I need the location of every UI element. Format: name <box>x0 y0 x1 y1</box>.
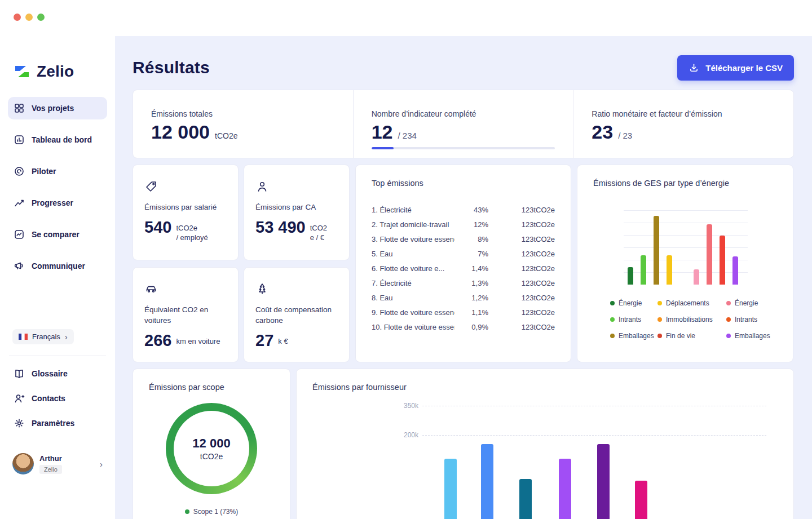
table-row: 5. Eau7%123tCO2e <box>372 246 555 261</box>
ges-legend-item: Emballages <box>610 332 657 340</box>
minimize-window-button[interactable] <box>25 14 33 21</box>
sidebar-item-parametres[interactable]: Paramètres <box>8 412 107 434</box>
ges-chart-title: Émissions de GES par type d’énergie <box>593 179 777 188</box>
target-icon <box>14 166 25 177</box>
sidebar-item-contacts[interactable]: Contacts <box>8 388 107 409</box>
legend-dot <box>657 317 662 322</box>
window-controls <box>14 14 45 21</box>
sidebar-item-se-comparer[interactable]: Se comparer <box>8 223 107 246</box>
download-icon <box>689 63 699 73</box>
chevron-right-icon: › <box>100 459 103 469</box>
ges-bar <box>732 256 738 285</box>
stat-indicators-completed: Nombre d’indicateur complété 12 / 234 <box>353 90 573 158</box>
row-value: 123tCO2e <box>488 279 555 287</box>
ges-legend: Énergie Déplacements Énergie Intrants Im… <box>610 299 777 340</box>
user-menu[interactable]: Arthur Zelio › <box>8 451 107 477</box>
kpi-label: Émissions par CA <box>255 202 338 213</box>
row-value: 123tCO2e <box>488 206 555 214</box>
megaphone-icon <box>14 260 25 272</box>
sidebar-item-piloter[interactable]: Piloter <box>8 160 107 183</box>
row-pct: 43% <box>454 206 488 214</box>
kpi-value: 266 <box>144 332 171 350</box>
person-icon <box>255 180 269 193</box>
supplier-bar-chart: 350k 200k <box>312 392 778 519</box>
kpi-label: Émissions par salarié <box>144 202 227 213</box>
supplier-bar <box>444 459 457 519</box>
kpi-unit: tCO2 <box>310 224 327 233</box>
row-name: 2. Trajet domicile-travail <box>372 220 454 229</box>
zelio-logo-icon <box>12 62 32 81</box>
sidebar-item-glossaire[interactable]: Glossaire <box>8 363 107 384</box>
legend-dot <box>610 317 615 322</box>
kpi-unit: / employé <box>176 233 208 243</box>
sidebar-item-vos-projets[interactable]: Vos projets <box>8 97 107 119</box>
download-csv-label: Télécharger le CSV <box>705 63 783 73</box>
sidebar-item-label: Communiquer <box>32 261 85 270</box>
grid-icon <box>14 103 25 114</box>
app-logo-text: Zelio <box>37 63 74 81</box>
sidebar-item-label: Contacts <box>32 394 65 403</box>
kpi-label: Équivalent CO2 en voitures <box>144 305 227 326</box>
top-emissions-card: Top émissions 1. Électricité43%123tCO2e … <box>355 165 571 362</box>
page-title: Résultats <box>133 58 210 77</box>
ges-legend-item: Fin de vie <box>657 332 726 340</box>
close-window-button[interactable] <box>14 14 21 21</box>
scope-chart-card: Émissions par scope 12 000 tCO2e Scope 1… <box>133 369 290 519</box>
user-name: Arthur <box>39 454 62 463</box>
table-row: 9. Flotte de voiture essence1,1%123tCO2e <box>372 305 555 320</box>
legend-dot <box>726 317 731 322</box>
stat-total-emissions: Émissions totales 12 000 tCO2e <box>133 90 353 158</box>
indicator-progress-fill <box>372 147 394 149</box>
legend-label: Intrants <box>735 316 757 323</box>
donut-unit: tCO2e <box>200 452 223 461</box>
legend-label: Fin de vie <box>666 332 695 340</box>
scope-legend-label: Scope 1 (73%) <box>193 508 238 516</box>
secondary-nav: Glossaire Contacts Paramètres <box>8 363 107 434</box>
maximize-window-button[interactable] <box>37 14 45 21</box>
user-info: Arthur Zelio <box>39 454 62 474</box>
row-value: 123tCO2e <box>488 323 555 331</box>
gear-icon <box>14 418 25 429</box>
stat-unit: tCO2e <box>215 131 237 140</box>
ges-bar <box>641 255 646 285</box>
legend-label: Déplacements <box>666 299 709 307</box>
y-axis-tick-label: 200k <box>391 431 418 439</box>
sidebar-item-label: Tableau de bord <box>32 135 92 144</box>
row-name: 8. Eau <box>372 294 454 302</box>
stat-value: 12 000 <box>151 122 210 141</box>
kpi-grid: Émissions par salarié 540 tCO2e/ employé… <box>133 165 350 362</box>
legend-label: Immobilisations <box>666 316 713 323</box>
sidebar-item-label: Paramètres <box>32 419 74 428</box>
ges-bar <box>720 236 725 285</box>
y-axis-tick-label: 350k <box>391 402 418 410</box>
avatar <box>12 453 34 474</box>
download-csv-button[interactable]: Télécharger le CSV <box>677 55 794 81</box>
row-pct: 12% <box>454 220 488 229</box>
legend-label: Emballages <box>735 332 770 340</box>
ges-legend-item: Énergie <box>610 299 657 307</box>
language-selector[interactable]: Français › <box>12 329 74 344</box>
row-pct: 7% <box>454 250 488 258</box>
ges-bar <box>628 267 633 285</box>
ges-bar <box>694 269 699 285</box>
gridline <box>422 435 766 436</box>
row-value: 123tCO2e <box>488 264 555 273</box>
stat-label: Ratio monétaire et facteur d’émission <box>592 109 775 118</box>
supplier-bar <box>597 444 610 519</box>
sidebar-item-progresser[interactable]: Progresser <box>8 192 107 214</box>
sidebar-item-communiquer[interactable]: Communiquer <box>8 255 107 277</box>
trend-up-icon <box>14 197 25 209</box>
row-value: 123tCO2e <box>488 220 555 229</box>
gridline <box>422 406 766 406</box>
row-pct: 1,4% <box>454 264 488 273</box>
sidebar-item-tableau-de-bord[interactable]: Tableau de bord <box>8 128 107 151</box>
row-name: 1. Électricité <box>372 206 454 214</box>
legend-label: Énergie <box>619 299 642 307</box>
compare-icon <box>14 229 25 240</box>
kpi-cout-compensation: Coût de compensation carbone 27 k € <box>244 267 350 362</box>
donut-value: 12 000 <box>192 436 230 451</box>
car-icon <box>144 282 158 296</box>
row-pct: 8% <box>454 235 488 243</box>
indicator-progress-track <box>372 147 555 149</box>
supplier-chart-title: Émissions par fournisseur <box>312 383 778 392</box>
